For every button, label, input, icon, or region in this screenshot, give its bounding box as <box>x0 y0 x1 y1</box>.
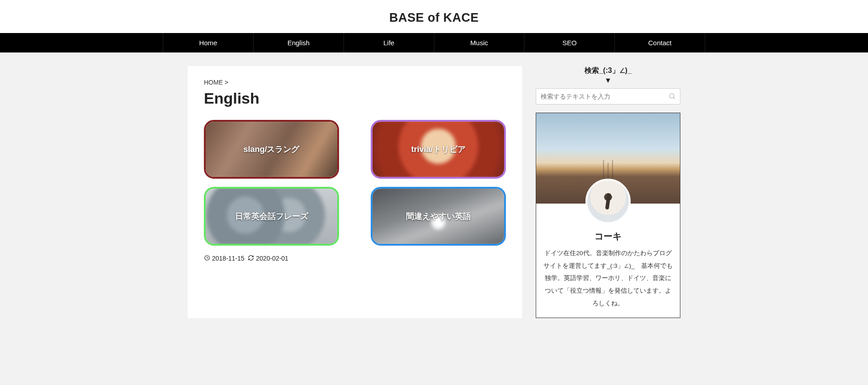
svg-line-2 <box>673 97 675 99</box>
profile-card: コーキ ドイツ在住20代。音楽制作のかたわらブログサイトを運営してます_(:3」… <box>536 113 680 318</box>
category-card-daily-phrases[interactable]: 日常英会話フレーズ <box>204 187 339 246</box>
nav-item-life[interactable]: Life <box>344 33 434 52</box>
main-nav: Home English Life Music SEO Contact <box>0 33 868 52</box>
nav-item-seo[interactable]: SEO <box>524 33 615 52</box>
search-box[interactable] <box>536 88 680 105</box>
category-grid: slang/スラング trivia/トリビア 日常英会話フレーズ 間違えやすい英… <box>204 120 506 246</box>
nav-item-english[interactable]: English <box>254 33 344 52</box>
breadcrumb-sep: > <box>223 79 228 86</box>
published-date: 2018-11-15 <box>212 255 245 262</box>
profile-description: ドイツ在住20代。音楽制作のかたわらブログサイトを運営してます_(:3」∠)_ … <box>536 247 680 318</box>
site-header: BASE of KACE <box>0 0 868 33</box>
breadcrumb: HOME > <box>204 79 506 86</box>
site-title[interactable]: BASE of KACE <box>0 11 868 25</box>
profile-name: コーキ <box>536 230 680 242</box>
card-label: trivia/トリビア <box>411 144 465 155</box>
card-label: slang/スラング <box>243 144 299 155</box>
svg-point-1 <box>670 94 674 98</box>
card-label: 間違えやすい英語 <box>406 211 471 222</box>
nav-item-contact[interactable]: Contact <box>615 33 705 52</box>
main-content: HOME > English slang/スラング trivia/トリビア 日常… <box>188 66 522 318</box>
page-title: English <box>204 90 506 107</box>
category-card-slang[interactable]: slang/スラング <box>204 120 339 179</box>
search-input[interactable] <box>541 93 664 100</box>
profile-avatar <box>585 179 631 224</box>
updated-date: 2020-02-01 <box>256 255 288 262</box>
breadcrumb-home[interactable]: HOME <box>204 79 223 86</box>
category-card-confusing-english[interactable]: 間違えやすい英語 <box>371 187 506 246</box>
sidebar: 検索_(:3」∠)_ ▼ コーキ ドイツ在住20代。音楽制作のかたわらブログサイ… <box>536 66 680 318</box>
nav-item-home[interactable]: Home <box>163 33 254 52</box>
nav-item-music[interactable]: Music <box>434 33 525 52</box>
search-title: 検索_(:3」∠)_ <box>536 66 680 76</box>
refresh-icon <box>248 255 254 262</box>
clock-icon <box>204 255 210 262</box>
search-icon[interactable] <box>668 92 676 100</box>
card-label: 日常英会話フレーズ <box>235 211 308 222</box>
category-card-trivia[interactable]: trivia/トリビア <box>371 120 506 179</box>
post-dates: 2018-11-15 2020-02-01 <box>204 255 506 262</box>
arrow-down-icon: ▼ <box>536 76 680 85</box>
